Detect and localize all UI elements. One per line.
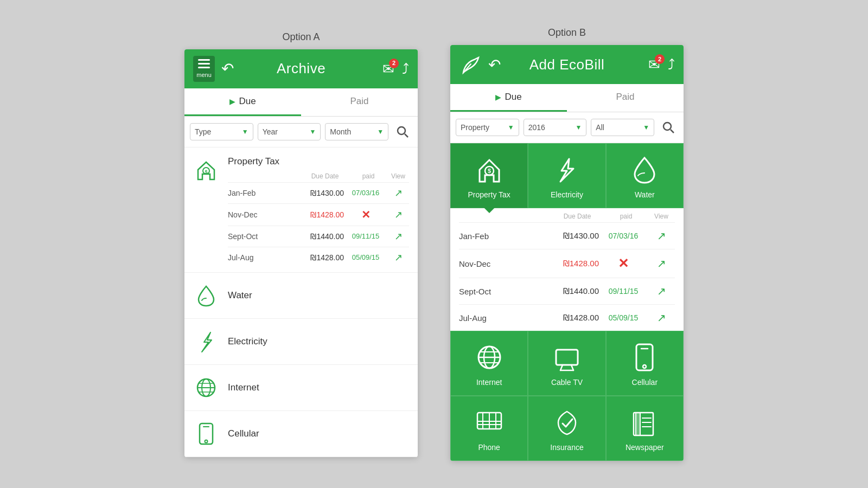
bill-paid-b: 07/03/16: [599, 232, 648, 240]
type-filter-label: Type: [195, 127, 211, 136]
share-button-b[interactable]: ⤴: [668, 57, 675, 72]
grid-label-water: Water: [635, 190, 655, 199]
grid-label-property-tax: Property Tax: [468, 190, 510, 199]
tab-paid-b[interactable]: Paid: [567, 84, 684, 112]
addbill-title: Add EcoBill: [529, 56, 604, 73]
mail-button-b[interactable]: ✉ 2: [648, 57, 660, 72]
bill-amount: ₪1428.00: [295, 253, 344, 262]
year-filter-b[interactable]: 2016 ▼: [524, 119, 587, 136]
category-water[interactable]: Water: [184, 273, 418, 319]
grid-tv-icon: [552, 342, 582, 373]
header-right: ✉ 2 ⤴: [382, 62, 409, 76]
bill-view-link[interactable]: ↗: [387, 252, 409, 264]
water-icon: [193, 282, 219, 309]
grid-item-cable-tv[interactable]: Cable TV: [528, 331, 605, 396]
year-filter-arrow: ▼: [309, 128, 316, 136]
header-paid: paid: [349, 172, 387, 180]
grid-label-internet: Internet: [476, 378, 502, 387]
mail-button[interactable]: ✉ 2: [382, 62, 394, 76]
tab-paid-label-b: Paid: [616, 92, 634, 102]
property-tax-table: Due Date paid View Jan-Feb ₪1430.00 07/0…: [228, 171, 409, 268]
due-arrow: ▶: [229, 97, 235, 106]
all-arrow: ▼: [643, 124, 649, 131]
header-left-b: ↶: [459, 53, 501, 76]
option-a-label: Option A: [282, 31, 320, 43]
grid-icons-row2: Internet Cable TV: [450, 331, 684, 396]
grid-label-newspaper: Newspaper: [626, 443, 664, 452]
internet-icon: [193, 375, 219, 401]
category-internet[interactable]: Internet: [184, 365, 418, 411]
bill-view-link[interactable]: ↗: [387, 230, 409, 242]
back-button-b[interactable]: ↶: [488, 56, 501, 74]
bill-x-mark: ✕: [344, 208, 387, 221]
grid-internet-icon: [474, 342, 505, 373]
header-left: menu ↶: [193, 56, 234, 82]
mail-badge-b: 2: [655, 54, 665, 64]
category-electricity[interactable]: Electricity: [184, 319, 418, 365]
option-a-header: menu ↶ Archive ✉ 2 ⤴: [184, 49, 418, 88]
bills-section: Due Date paid View Jan-Feb ₪1430.00 07/0…: [450, 208, 684, 331]
bill-view-b[interactable]: ↗: [648, 285, 675, 298]
bill-period-b: Jan-Feb: [459, 232, 508, 241]
month-filter[interactable]: Month ▼: [325, 123, 388, 140]
cellular-icon: [193, 421, 219, 447]
bill-period: Jan-Feb: [228, 189, 271, 197]
year-arrow: ▼: [575, 124, 582, 131]
month-filter-arrow: ▼: [377, 128, 384, 136]
tab-bar: ▶ Due Paid: [184, 88, 418, 117]
year-filter[interactable]: Year ▼: [258, 123, 321, 140]
bill-view-link[interactable]: ↗: [387, 187, 409, 199]
grid-item-property-tax[interactable]: $ Property Tax: [450, 143, 528, 208]
bill-paid-date: 05/09/15: [344, 253, 387, 261]
bill-amount: ₪1430.00: [295, 189, 344, 197]
property-tax-icon: $: [193, 157, 219, 183]
option-b-header: ↶ Add EcoBill ✉ 2 ⤴: [450, 45, 684, 84]
bill-row: Sept-Oct ₪1440.00 09/11/15 ↗: [228, 226, 409, 247]
all-filter[interactable]: All ▼: [591, 119, 654, 136]
property-arrow: ▼: [508, 124, 514, 131]
grid-label-cellular: Cellular: [632, 378, 658, 387]
tab-paid-label: Paid: [350, 96, 368, 107]
property-tax-content: Property Tax Due Date paid View Jan-Feb …: [228, 156, 409, 272]
grid-label-electricity: Electricity: [551, 190, 583, 199]
search-button[interactable]: [393, 122, 412, 142]
grid-item-cellular[interactable]: Cellular: [606, 331, 684, 396]
back-button[interactable]: ↶: [221, 60, 234, 78]
grid-icons-row3: Phone Insurance: [450, 396, 684, 461]
bill-paid-b: 05/09/15: [599, 313, 648, 322]
share-button[interactable]: ⤴: [402, 62, 409, 76]
tab-paid[interactable]: Paid: [301, 88, 418, 116]
property-filter[interactable]: Property ▼: [456, 119, 519, 136]
grid-item-water[interactable]: Water: [606, 143, 684, 208]
grid-item-electricity[interactable]: Electricity: [528, 143, 605, 208]
option-a-frame: menu ↶ Archive ✉ 2 ⤴ ▶ Due Paid: [184, 49, 418, 457]
header-view: View: [387, 172, 409, 180]
svg-text:$: $: [205, 169, 207, 174]
bill-paid-date: 07/03/16: [344, 189, 387, 197]
grid-item-internet[interactable]: Internet: [450, 331, 528, 396]
all-filter-label: All: [596, 123, 604, 132]
category-property-tax[interactable]: $ Property Tax Due Date paid View Jan-Fe…: [184, 147, 418, 273]
bill-view-b[interactable]: ↗: [648, 311, 675, 324]
tab-due-b[interactable]: ▶ Due: [450, 84, 567, 112]
filter-bar-b: Property ▼ 2016 ▼ All ▼: [450, 112, 684, 143]
bill-x-b: ✕: [599, 256, 648, 271]
bill-period-b: Jul-Aug: [459, 313, 508, 323]
menu-button[interactable]: menu: [193, 56, 215, 82]
category-cellular[interactable]: Cellular: [184, 411, 418, 457]
grid-item-phone[interactable]: Phone: [450, 396, 528, 461]
bill-amount-overdue-b: ₪1428.00: [539, 259, 599, 268]
grid-item-newspaper[interactable]: Newspaper: [606, 396, 684, 461]
search-button-b[interactable]: [659, 118, 678, 137]
option-b-label: Option B: [548, 27, 586, 38]
type-filter[interactable]: Type ▼: [190, 123, 253, 140]
grid-item-insurance[interactable]: Insurance: [528, 396, 605, 461]
bill-view-link[interactable]: ↗: [387, 209, 409, 221]
electricity-title: Electricity: [228, 336, 267, 347]
tab-due[interactable]: ▶ Due: [184, 88, 301, 116]
header-due-date: Due Date: [301, 172, 349, 180]
bill-view-b[interactable]: ↗: [648, 257, 675, 270]
bill-view-b[interactable]: ↗: [648, 229, 675, 242]
due-arrow-b: ▶: [495, 93, 501, 101]
bill-amount-overdue: ₪1428.00: [295, 210, 344, 219]
